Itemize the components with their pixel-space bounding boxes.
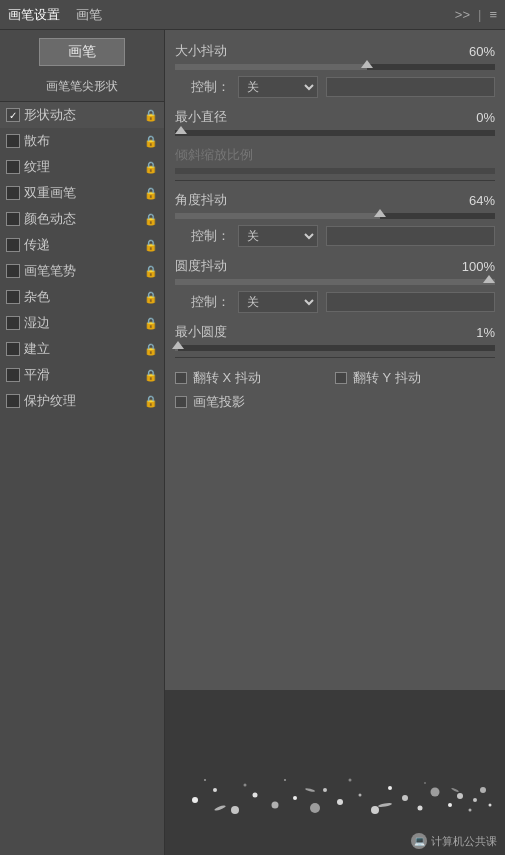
control-input-2 bbox=[326, 226, 495, 246]
sidebar-label-protect-texture: 保护纹理 bbox=[24, 392, 140, 410]
sidebar-checkbox-shape-dynamics[interactable] bbox=[6, 108, 20, 122]
min-roundness-row: 最小圆度 1% bbox=[175, 323, 495, 341]
svg-point-16 bbox=[457, 793, 463, 799]
lock-icon-3: 🔒 bbox=[144, 187, 158, 200]
lock-icon-8: 🔒 bbox=[144, 317, 158, 330]
min-roundness-slider[interactable] bbox=[175, 345, 495, 351]
sidebar-label-brush-pose: 画笔笔势 bbox=[24, 262, 140, 280]
tilt-scale-slider bbox=[175, 168, 495, 174]
watermark-text: 计算机公共课 bbox=[431, 834, 497, 849]
svg-point-15 bbox=[448, 803, 452, 807]
sidebar-checkbox-brush-pose[interactable] bbox=[6, 264, 20, 278]
sidebar-label-noise: 杂色 bbox=[24, 288, 140, 306]
angle-jitter-label: 角度抖动 bbox=[175, 191, 227, 209]
svg-point-12 bbox=[402, 795, 408, 801]
roundness-jitter-slider[interactable] bbox=[175, 279, 495, 285]
sidebar-checkbox-wet-edges[interactable] bbox=[6, 316, 20, 330]
content-panel: 大小抖动 60% 控制： 关 渐隐 钢笔斜度 钢笔压力 最小直径 bbox=[165, 30, 505, 690]
svg-point-6 bbox=[310, 803, 320, 813]
sidebar-label-smooth: 平滑 bbox=[24, 366, 140, 384]
svg-point-7 bbox=[323, 788, 327, 792]
sidebar-checkbox-build[interactable] bbox=[6, 342, 20, 356]
lock-icon-0: 🔒 bbox=[144, 109, 158, 122]
sidebar-label-texture: 纹理 bbox=[24, 158, 140, 176]
lock-icon-2: 🔒 bbox=[144, 161, 158, 174]
lock-icon-6: 🔒 bbox=[144, 265, 158, 278]
control-select-1[interactable]: 关 渐隐 钢笔斜度 钢笔压力 bbox=[238, 76, 318, 98]
lock-icon-10: 🔒 bbox=[144, 369, 158, 382]
sidebar-item-wet-edges[interactable]: 湿边 🔒 bbox=[0, 310, 164, 336]
tilt-scale-label: 倾斜缩放比例 bbox=[175, 145, 253, 164]
svg-point-9 bbox=[359, 794, 362, 797]
lock-icon-5: 🔒 bbox=[144, 239, 158, 252]
control-select-3[interactable]: 关 渐隐 钢笔斜度 钢笔压力 bbox=[238, 291, 318, 313]
svg-point-3 bbox=[253, 793, 258, 798]
svg-point-25 bbox=[378, 802, 392, 807]
min-diameter-row: 最小直径 0% bbox=[175, 108, 495, 126]
title-bar-right: >> | ≡ bbox=[455, 7, 497, 22]
brush-projection-row: 画笔投影 bbox=[175, 393, 495, 411]
control-label-2: 控制： bbox=[191, 227, 230, 245]
sidebar-item-texture[interactable]: 纹理 🔒 bbox=[0, 154, 164, 180]
sidebar-checkbox-noise[interactable] bbox=[6, 290, 20, 304]
sidebar-checkbox-protect-texture[interactable] bbox=[6, 394, 20, 408]
sidebar-checkbox-smooth[interactable] bbox=[6, 368, 20, 382]
svg-point-14 bbox=[431, 788, 440, 797]
svg-point-27 bbox=[473, 798, 477, 802]
min-roundness-label: 最小圆度 bbox=[175, 323, 227, 341]
svg-point-8 bbox=[337, 799, 343, 805]
sidebar-label-shape-dynamics: 形状动态 bbox=[24, 106, 140, 124]
control-row-3: 控制： 关 渐隐 钢笔斜度 钢笔压力 bbox=[175, 291, 495, 313]
flip-y-checkbox[interactable] bbox=[335, 372, 347, 384]
sidebar-checkbox-scatter[interactable] bbox=[6, 134, 20, 148]
sidebar-item-dual-brush[interactable]: 双重画笔 🔒 bbox=[0, 180, 164, 206]
sidebar-checkbox-dual-brush[interactable] bbox=[6, 186, 20, 200]
sidebar-item-scatter[interactable]: 散布 🔒 bbox=[0, 128, 164, 154]
lock-icon-11: 🔒 bbox=[144, 395, 158, 408]
title-brush[interactable]: 画笔 bbox=[76, 6, 102, 24]
lock-icon-1: 🔒 bbox=[144, 135, 158, 148]
brush-projection-checkbox[interactable] bbox=[175, 396, 187, 408]
lock-icon-7: 🔒 bbox=[144, 291, 158, 304]
sidebar-item-shape-dynamics[interactable]: 形状动态 🔒 bbox=[0, 102, 164, 128]
title-chevron[interactable]: >> bbox=[455, 7, 470, 22]
title-menu-icon[interactable]: ≡ bbox=[489, 7, 497, 22]
preview-svg bbox=[165, 690, 505, 855]
sidebar-item-build[interactable]: 建立 🔒 bbox=[0, 336, 164, 362]
sidebar-item-transfer[interactable]: 传递 🔒 bbox=[0, 232, 164, 258]
size-jitter-label: 大小抖动 bbox=[175, 42, 227, 60]
size-jitter-slider[interactable] bbox=[175, 64, 495, 70]
title-brush-settings[interactable]: 画笔设置 bbox=[8, 6, 60, 24]
angle-jitter-slider[interactable] bbox=[175, 213, 495, 219]
divider-1 bbox=[175, 180, 495, 181]
svg-point-2 bbox=[231, 806, 239, 814]
sidebar-label-wet-edges: 湿边 bbox=[24, 314, 140, 332]
sidebar-checkbox-transfer[interactable] bbox=[6, 238, 20, 252]
main-container: 画笔 画笔笔尖形状 形状动态 🔒 散布 🔒 纹理 🔒 双重画笔 🔒 颜色动态 🔒 bbox=[0, 30, 505, 855]
svg-point-24 bbox=[305, 788, 315, 793]
svg-point-21 bbox=[349, 779, 352, 782]
sidebar: 画笔 画笔笔尖形状 形状动态 🔒 散布 🔒 纹理 🔒 双重画笔 🔒 颜色动态 🔒 bbox=[0, 30, 165, 855]
sidebar-checkbox-texture[interactable] bbox=[6, 160, 20, 174]
sidebar-item-color-dynamics[interactable]: 颜色动态 🔒 bbox=[0, 206, 164, 232]
flip-x-checkbox[interactable] bbox=[175, 372, 187, 384]
roundness-jitter-value: 100% bbox=[450, 259, 495, 274]
angle-jitter-row: 角度抖动 64% bbox=[175, 191, 495, 209]
sidebar-item-protect-texture[interactable]: 保护纹理 🔒 bbox=[0, 388, 164, 414]
min-roundness-value: 1% bbox=[450, 325, 495, 340]
svg-point-11 bbox=[388, 786, 392, 790]
sidebar-item-noise[interactable]: 杂色 🔒 bbox=[0, 284, 164, 310]
brush-btn-row: 画笔 bbox=[0, 30, 164, 74]
brush-button[interactable]: 画笔 bbox=[39, 38, 125, 66]
control-label-1: 控制： bbox=[191, 78, 230, 96]
sidebar-item-smooth[interactable]: 平滑 🔒 bbox=[0, 362, 164, 388]
svg-point-18 bbox=[204, 779, 206, 781]
sidebar-label-build: 建立 bbox=[24, 340, 140, 358]
control-select-2[interactable]: 关 渐隐 钢笔斜度 钢笔压力 bbox=[238, 225, 318, 247]
sidebar-checkbox-color-dynamics[interactable] bbox=[6, 212, 20, 226]
svg-point-1 bbox=[213, 788, 217, 792]
lock-icon-9: 🔒 bbox=[144, 343, 158, 356]
sidebar-item-brush-pose[interactable]: 画笔笔势 🔒 bbox=[0, 258, 164, 284]
min-diameter-slider[interactable] bbox=[175, 130, 495, 136]
title-bar: 画笔设置 画笔 >> | ≡ bbox=[0, 0, 505, 30]
